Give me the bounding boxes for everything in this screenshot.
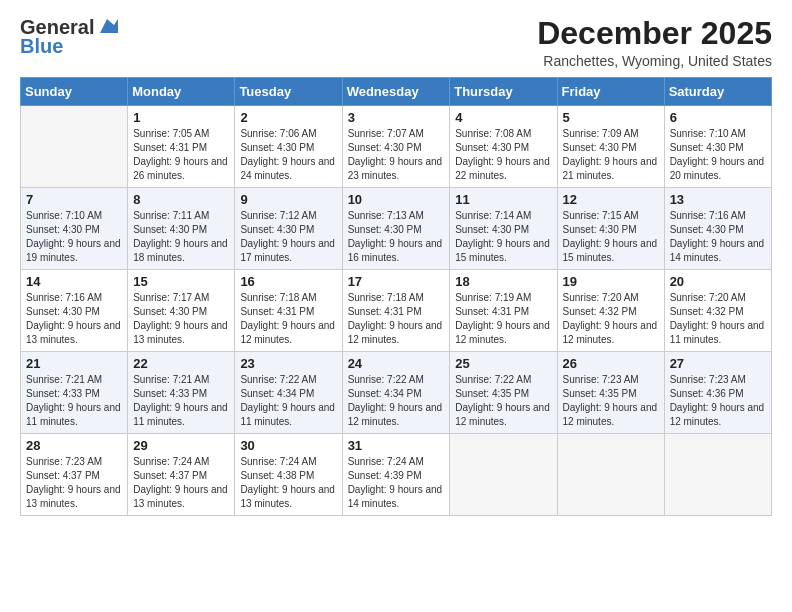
logo-blue: Blue bbox=[20, 35, 63, 58]
day-info: Sunrise: 7:15 AMSunset: 4:30 PMDaylight:… bbox=[563, 209, 659, 265]
day-number: 21 bbox=[26, 356, 122, 371]
day-number: 16 bbox=[240, 274, 336, 289]
calendar-cell: 12Sunrise: 7:15 AMSunset: 4:30 PMDayligh… bbox=[557, 188, 664, 270]
calendar-cell: 31Sunrise: 7:24 AMSunset: 4:39 PMDayligh… bbox=[342, 434, 450, 516]
calendar-cell bbox=[557, 434, 664, 516]
day-number: 1 bbox=[133, 110, 229, 125]
day-number: 14 bbox=[26, 274, 122, 289]
calendar-cell: 7Sunrise: 7:10 AMSunset: 4:30 PMDaylight… bbox=[21, 188, 128, 270]
title-block: December 2025 Ranchettes, Wyoming, Unite… bbox=[537, 16, 772, 69]
day-number: 12 bbox=[563, 192, 659, 207]
day-number: 15 bbox=[133, 274, 229, 289]
calendar-week-row: 14Sunrise: 7:16 AMSunset: 4:30 PMDayligh… bbox=[21, 270, 772, 352]
calendar-header-sunday: Sunday bbox=[21, 78, 128, 106]
calendar-week-row: 7Sunrise: 7:10 AMSunset: 4:30 PMDaylight… bbox=[21, 188, 772, 270]
calendar-cell: 25Sunrise: 7:22 AMSunset: 4:35 PMDayligh… bbox=[450, 352, 557, 434]
day-info: Sunrise: 7:10 AMSunset: 4:30 PMDaylight:… bbox=[26, 209, 122, 265]
day-number: 11 bbox=[455, 192, 551, 207]
calendar-cell: 22Sunrise: 7:21 AMSunset: 4:33 PMDayligh… bbox=[128, 352, 235, 434]
calendar-cell: 10Sunrise: 7:13 AMSunset: 4:30 PMDayligh… bbox=[342, 188, 450, 270]
calendar-cell: 2Sunrise: 7:06 AMSunset: 4:30 PMDaylight… bbox=[235, 106, 342, 188]
day-number: 4 bbox=[455, 110, 551, 125]
calendar-cell: 8Sunrise: 7:11 AMSunset: 4:30 PMDaylight… bbox=[128, 188, 235, 270]
day-number: 6 bbox=[670, 110, 766, 125]
svg-marker-0 bbox=[100, 19, 118, 33]
day-number: 7 bbox=[26, 192, 122, 207]
calendar-cell: 28Sunrise: 7:23 AMSunset: 4:37 PMDayligh… bbox=[21, 434, 128, 516]
day-number: 8 bbox=[133, 192, 229, 207]
calendar-cell: 5Sunrise: 7:09 AMSunset: 4:30 PMDaylight… bbox=[557, 106, 664, 188]
calendar-cell: 23Sunrise: 7:22 AMSunset: 4:34 PMDayligh… bbox=[235, 352, 342, 434]
day-number: 23 bbox=[240, 356, 336, 371]
day-number: 31 bbox=[348, 438, 445, 453]
day-number: 9 bbox=[240, 192, 336, 207]
day-info: Sunrise: 7:07 AMSunset: 4:30 PMDaylight:… bbox=[348, 127, 445, 183]
day-info: Sunrise: 7:17 AMSunset: 4:30 PMDaylight:… bbox=[133, 291, 229, 347]
calendar-cell: 9Sunrise: 7:12 AMSunset: 4:30 PMDaylight… bbox=[235, 188, 342, 270]
header: General Blue December 2025 Ranchettes, W… bbox=[20, 16, 772, 69]
calendar-week-row: 21Sunrise: 7:21 AMSunset: 4:33 PMDayligh… bbox=[21, 352, 772, 434]
day-number: 2 bbox=[240, 110, 336, 125]
calendar-week-row: 1Sunrise: 7:05 AMSunset: 4:31 PMDaylight… bbox=[21, 106, 772, 188]
day-number: 26 bbox=[563, 356, 659, 371]
calendar-cell bbox=[450, 434, 557, 516]
calendar-cell bbox=[664, 434, 771, 516]
day-info: Sunrise: 7:20 AMSunset: 4:32 PMDaylight:… bbox=[563, 291, 659, 347]
day-info: Sunrise: 7:06 AMSunset: 4:30 PMDaylight:… bbox=[240, 127, 336, 183]
day-info: Sunrise: 7:23 AMSunset: 4:37 PMDaylight:… bbox=[26, 455, 122, 511]
calendar-header-thursday: Thursday bbox=[450, 78, 557, 106]
calendar-cell: 19Sunrise: 7:20 AMSunset: 4:32 PMDayligh… bbox=[557, 270, 664, 352]
calendar-cell: 14Sunrise: 7:16 AMSunset: 4:30 PMDayligh… bbox=[21, 270, 128, 352]
calendar-cell: 3Sunrise: 7:07 AMSunset: 4:30 PMDaylight… bbox=[342, 106, 450, 188]
day-number: 25 bbox=[455, 356, 551, 371]
day-number: 13 bbox=[670, 192, 766, 207]
day-number: 17 bbox=[348, 274, 445, 289]
day-info: Sunrise: 7:24 AMSunset: 4:39 PMDaylight:… bbox=[348, 455, 445, 511]
calendar: SundayMondayTuesdayWednesdayThursdayFrid… bbox=[20, 77, 772, 516]
day-info: Sunrise: 7:10 AMSunset: 4:30 PMDaylight:… bbox=[670, 127, 766, 183]
logo: General Blue bbox=[20, 16, 118, 58]
day-info: Sunrise: 7:24 AMSunset: 4:38 PMDaylight:… bbox=[240, 455, 336, 511]
day-info: Sunrise: 7:16 AMSunset: 4:30 PMDaylight:… bbox=[26, 291, 122, 347]
day-number: 30 bbox=[240, 438, 336, 453]
day-info: Sunrise: 7:18 AMSunset: 4:31 PMDaylight:… bbox=[240, 291, 336, 347]
calendar-cell: 16Sunrise: 7:18 AMSunset: 4:31 PMDayligh… bbox=[235, 270, 342, 352]
day-info: Sunrise: 7:21 AMSunset: 4:33 PMDaylight:… bbox=[26, 373, 122, 429]
day-number: 29 bbox=[133, 438, 229, 453]
day-info: Sunrise: 7:21 AMSunset: 4:33 PMDaylight:… bbox=[133, 373, 229, 429]
calendar-cell: 27Sunrise: 7:23 AMSunset: 4:36 PMDayligh… bbox=[664, 352, 771, 434]
day-info: Sunrise: 7:05 AMSunset: 4:31 PMDaylight:… bbox=[133, 127, 229, 183]
calendar-week-row: 28Sunrise: 7:23 AMSunset: 4:37 PMDayligh… bbox=[21, 434, 772, 516]
subtitle: Ranchettes, Wyoming, United States bbox=[537, 53, 772, 69]
calendar-cell bbox=[21, 106, 128, 188]
day-info: Sunrise: 7:18 AMSunset: 4:31 PMDaylight:… bbox=[348, 291, 445, 347]
day-number: 28 bbox=[26, 438, 122, 453]
calendar-header-friday: Friday bbox=[557, 78, 664, 106]
calendar-header-saturday: Saturday bbox=[664, 78, 771, 106]
calendar-cell: 15Sunrise: 7:17 AMSunset: 4:30 PMDayligh… bbox=[128, 270, 235, 352]
day-number: 10 bbox=[348, 192, 445, 207]
day-info: Sunrise: 7:09 AMSunset: 4:30 PMDaylight:… bbox=[563, 127, 659, 183]
day-info: Sunrise: 7:23 AMSunset: 4:35 PMDaylight:… bbox=[563, 373, 659, 429]
calendar-cell: 21Sunrise: 7:21 AMSunset: 4:33 PMDayligh… bbox=[21, 352, 128, 434]
day-info: Sunrise: 7:13 AMSunset: 4:30 PMDaylight:… bbox=[348, 209, 445, 265]
calendar-cell: 18Sunrise: 7:19 AMSunset: 4:31 PMDayligh… bbox=[450, 270, 557, 352]
calendar-cell: 1Sunrise: 7:05 AMSunset: 4:31 PMDaylight… bbox=[128, 106, 235, 188]
day-info: Sunrise: 7:22 AMSunset: 4:34 PMDaylight:… bbox=[240, 373, 336, 429]
calendar-header-monday: Monday bbox=[128, 78, 235, 106]
day-info: Sunrise: 7:11 AMSunset: 4:30 PMDaylight:… bbox=[133, 209, 229, 265]
logo-icon bbox=[96, 15, 118, 37]
calendar-cell: 26Sunrise: 7:23 AMSunset: 4:35 PMDayligh… bbox=[557, 352, 664, 434]
day-info: Sunrise: 7:08 AMSunset: 4:30 PMDaylight:… bbox=[455, 127, 551, 183]
page: General Blue December 2025 Ranchettes, W… bbox=[0, 0, 792, 612]
page-title: December 2025 bbox=[537, 16, 772, 51]
calendar-cell: 20Sunrise: 7:20 AMSunset: 4:32 PMDayligh… bbox=[664, 270, 771, 352]
day-info: Sunrise: 7:22 AMSunset: 4:34 PMDaylight:… bbox=[348, 373, 445, 429]
day-info: Sunrise: 7:19 AMSunset: 4:31 PMDaylight:… bbox=[455, 291, 551, 347]
day-number: 24 bbox=[348, 356, 445, 371]
calendar-cell: 24Sunrise: 7:22 AMSunset: 4:34 PMDayligh… bbox=[342, 352, 450, 434]
day-number: 18 bbox=[455, 274, 551, 289]
calendar-cell: 13Sunrise: 7:16 AMSunset: 4:30 PMDayligh… bbox=[664, 188, 771, 270]
day-info: Sunrise: 7:22 AMSunset: 4:35 PMDaylight:… bbox=[455, 373, 551, 429]
day-info: Sunrise: 7:16 AMSunset: 4:30 PMDaylight:… bbox=[670, 209, 766, 265]
